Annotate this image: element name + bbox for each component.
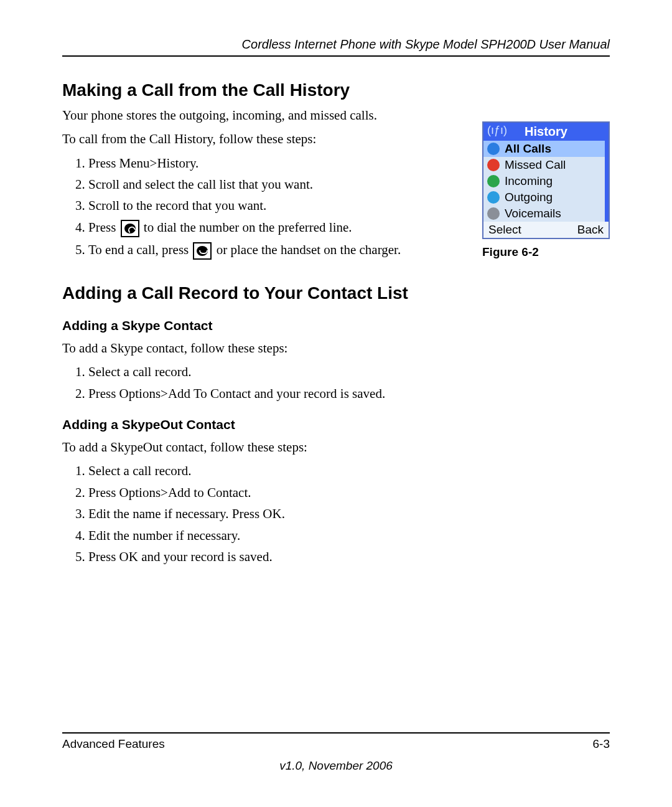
step-5-post: or place the handset on the charger. bbox=[213, 242, 401, 257]
history-item-all-calls[interactable]: All Calls bbox=[483, 141, 609, 157]
sub1-step-2: Press Options>Add To Contact and your re… bbox=[88, 385, 610, 402]
phone-titlebar: (ıƒı) History bbox=[483, 123, 609, 141]
end-key-icon bbox=[193, 242, 212, 260]
outgoing-icon bbox=[487, 191, 501, 204]
footer-left: Advanced Features bbox=[62, 737, 165, 751]
phone-screen: (ıƒı) History All Calls Missed Call Inco… bbox=[482, 121, 610, 239]
missed-icon bbox=[487, 159, 501, 171]
steps-skypeout-contact: Select a call record. Press Options>Add … bbox=[62, 462, 610, 565]
history-item-voicemails[interactable]: Voicemails bbox=[483, 205, 609, 222]
voicemail-icon bbox=[487, 207, 501, 220]
phone-title: History bbox=[525, 125, 567, 138]
sub2-step-2: Press Options>Add to Contact. bbox=[88, 484, 610, 501]
call-key-icon bbox=[121, 220, 139, 237]
subheading-skypeout-contact: Adding a SkypeOut Contact bbox=[62, 417, 610, 432]
history-item-label: All Calls bbox=[505, 142, 551, 156]
page-footer: Advanced Features 6-3 bbox=[62, 732, 610, 751]
softkey-bar: Select Back bbox=[483, 222, 609, 238]
signal-icon: (ıƒı) bbox=[487, 124, 507, 137]
figure-6-2: (ıƒı) History All Calls Missed Call Inco… bbox=[482, 121, 610, 259]
running-header: Cordless Internet Phone with Skype Model… bbox=[62, 37, 610, 57]
all-calls-icon bbox=[487, 143, 501, 155]
sub2-step-1: Select a call record. bbox=[88, 462, 610, 479]
sub2-step-3: Edit the name if necessary. Press OK. bbox=[88, 505, 610, 522]
incoming-icon bbox=[487, 175, 501, 187]
history-item-label: Incoming bbox=[505, 174, 553, 188]
figure-caption: Figure 6-2 bbox=[482, 245, 610, 259]
subheading-skype-contact: Adding a Skype Contact bbox=[62, 318, 610, 333]
sub2-step-4: Edit the number if necessary. bbox=[88, 527, 610, 544]
softkey-back[interactable]: Back bbox=[577, 223, 604, 237]
history-item-label: Missed Call bbox=[505, 158, 566, 172]
step-5-pre: To end a call, press bbox=[88, 242, 192, 257]
section-title-add-record: Adding a Call Record to Your Contact Lis… bbox=[62, 283, 610, 303]
softkey-select[interactable]: Select bbox=[488, 223, 521, 237]
history-item-label: Voicemails bbox=[505, 207, 561, 220]
steps-skype-contact: Select a call record. Press Options>Add … bbox=[62, 363, 610, 402]
step-4-pre: Press bbox=[88, 220, 119, 235]
sub2-intro: To add a SkypeOut contact, follow these … bbox=[62, 438, 610, 456]
footer-version: v1.0, November 2006 bbox=[0, 759, 672, 773]
history-item-outgoing[interactable]: Outgoing bbox=[483, 189, 609, 205]
sub1-intro: To add a Skype contact, follow these ste… bbox=[62, 339, 610, 357]
footer-page-number: 6-3 bbox=[593, 737, 610, 751]
sub2-step-5: Press OK and your record is saved. bbox=[88, 548, 610, 565]
step-4-post: to dial the number on the preferred line… bbox=[141, 220, 352, 235]
sub1-step-1: Select a call record. bbox=[88, 363, 610, 380]
history-item-missed[interactable]: Missed Call bbox=[483, 157, 609, 173]
history-item-incoming[interactable]: Incoming bbox=[483, 173, 609, 189]
history-item-label: Outgoing bbox=[505, 191, 553, 204]
section-title-call-history: Making a Call from the Call History bbox=[62, 80, 610, 100]
